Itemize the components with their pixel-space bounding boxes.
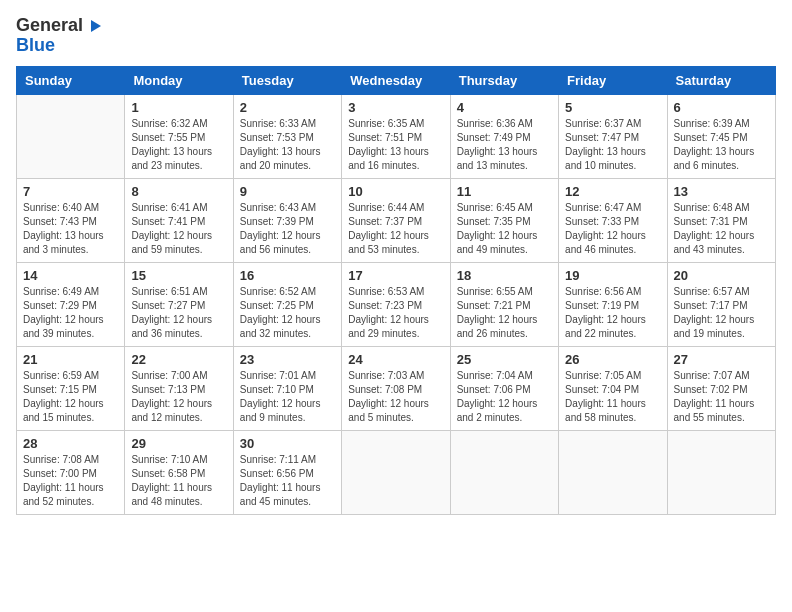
day-info: Sunrise: 7:00 AM Sunset: 7:13 PM Dayligh…: [131, 369, 226, 425]
day-info: Sunrise: 6:39 AM Sunset: 7:45 PM Dayligh…: [674, 117, 769, 173]
day-number: 26: [565, 352, 660, 367]
calendar-cell: [17, 94, 125, 178]
calendar-week-row: 14Sunrise: 6:49 AM Sunset: 7:29 PM Dayli…: [17, 262, 776, 346]
calendar-cell: 12Sunrise: 6:47 AM Sunset: 7:33 PM Dayli…: [559, 178, 667, 262]
day-number: 30: [240, 436, 335, 451]
weekday-header-row: SundayMondayTuesdayWednesdayThursdayFrid…: [17, 66, 776, 94]
day-info: Sunrise: 6:52 AM Sunset: 7:25 PM Dayligh…: [240, 285, 335, 341]
day-info: Sunrise: 7:11 AM Sunset: 6:56 PM Dayligh…: [240, 453, 335, 509]
calendar-cell: 9Sunrise: 6:43 AM Sunset: 7:39 PM Daylig…: [233, 178, 341, 262]
calendar-cell: 1Sunrise: 6:32 AM Sunset: 7:55 PM Daylig…: [125, 94, 233, 178]
day-number: 11: [457, 184, 552, 199]
day-number: 1: [131, 100, 226, 115]
svg-marker-0: [91, 20, 101, 32]
calendar-cell: 6Sunrise: 6:39 AM Sunset: 7:45 PM Daylig…: [667, 94, 775, 178]
calendar-cell: 11Sunrise: 6:45 AM Sunset: 7:35 PM Dayli…: [450, 178, 558, 262]
day-number: 6: [674, 100, 769, 115]
calendar-cell: 27Sunrise: 7:07 AM Sunset: 7:02 PM Dayli…: [667, 346, 775, 430]
calendar-week-row: 1Sunrise: 6:32 AM Sunset: 7:55 PM Daylig…: [17, 94, 776, 178]
day-number: 27: [674, 352, 769, 367]
day-number: 15: [131, 268, 226, 283]
day-info: Sunrise: 6:45 AM Sunset: 7:35 PM Dayligh…: [457, 201, 552, 257]
calendar-cell: 16Sunrise: 6:52 AM Sunset: 7:25 PM Dayli…: [233, 262, 341, 346]
weekday-header-sunday: Sunday: [17, 66, 125, 94]
day-info: Sunrise: 7:04 AM Sunset: 7:06 PM Dayligh…: [457, 369, 552, 425]
calendar-week-row: 7Sunrise: 6:40 AM Sunset: 7:43 PM Daylig…: [17, 178, 776, 262]
day-number: 8: [131, 184, 226, 199]
day-info: Sunrise: 6:41 AM Sunset: 7:41 PM Dayligh…: [131, 201, 226, 257]
day-info: Sunrise: 6:49 AM Sunset: 7:29 PM Dayligh…: [23, 285, 118, 341]
day-number: 19: [565, 268, 660, 283]
calendar-week-row: 21Sunrise: 6:59 AM Sunset: 7:15 PM Dayli…: [17, 346, 776, 430]
calendar-cell: 22Sunrise: 7:00 AM Sunset: 7:13 PM Dayli…: [125, 346, 233, 430]
day-info: Sunrise: 6:53 AM Sunset: 7:23 PM Dayligh…: [348, 285, 443, 341]
day-info: Sunrise: 7:03 AM Sunset: 7:08 PM Dayligh…: [348, 369, 443, 425]
day-info: Sunrise: 6:47 AM Sunset: 7:33 PM Dayligh…: [565, 201, 660, 257]
day-number: 13: [674, 184, 769, 199]
logo: General Blue: [16, 16, 105, 56]
calendar-table: SundayMondayTuesdayWednesdayThursdayFrid…: [16, 66, 776, 515]
calendar-cell: 15Sunrise: 6:51 AM Sunset: 7:27 PM Dayli…: [125, 262, 233, 346]
day-info: Sunrise: 6:33 AM Sunset: 7:53 PM Dayligh…: [240, 117, 335, 173]
weekday-header-thursday: Thursday: [450, 66, 558, 94]
day-info: Sunrise: 6:48 AM Sunset: 7:31 PM Dayligh…: [674, 201, 769, 257]
weekday-header-monday: Monday: [125, 66, 233, 94]
weekday-header-tuesday: Tuesday: [233, 66, 341, 94]
logo-general-text: General: [16, 16, 83, 36]
calendar-cell: 23Sunrise: 7:01 AM Sunset: 7:10 PM Dayli…: [233, 346, 341, 430]
weekday-header-saturday: Saturday: [667, 66, 775, 94]
day-number: 14: [23, 268, 118, 283]
day-info: Sunrise: 7:10 AM Sunset: 6:58 PM Dayligh…: [131, 453, 226, 509]
day-info: Sunrise: 7:07 AM Sunset: 7:02 PM Dayligh…: [674, 369, 769, 425]
logo-arrow-icon: [85, 16, 105, 36]
day-number: 21: [23, 352, 118, 367]
day-info: Sunrise: 7:05 AM Sunset: 7:04 PM Dayligh…: [565, 369, 660, 425]
day-number: 7: [23, 184, 118, 199]
calendar-cell: 21Sunrise: 6:59 AM Sunset: 7:15 PM Dayli…: [17, 346, 125, 430]
calendar-cell: 19Sunrise: 6:56 AM Sunset: 7:19 PM Dayli…: [559, 262, 667, 346]
day-info: Sunrise: 6:37 AM Sunset: 7:47 PM Dayligh…: [565, 117, 660, 173]
day-info: Sunrise: 6:40 AM Sunset: 7:43 PM Dayligh…: [23, 201, 118, 257]
day-info: Sunrise: 6:57 AM Sunset: 7:17 PM Dayligh…: [674, 285, 769, 341]
day-number: 22: [131, 352, 226, 367]
weekday-header-friday: Friday: [559, 66, 667, 94]
day-number: 28: [23, 436, 118, 451]
calendar-cell: 17Sunrise: 6:53 AM Sunset: 7:23 PM Dayli…: [342, 262, 450, 346]
day-info: Sunrise: 7:01 AM Sunset: 7:10 PM Dayligh…: [240, 369, 335, 425]
day-number: 10: [348, 184, 443, 199]
day-info: Sunrise: 6:43 AM Sunset: 7:39 PM Dayligh…: [240, 201, 335, 257]
calendar-cell: 25Sunrise: 7:04 AM Sunset: 7:06 PM Dayli…: [450, 346, 558, 430]
calendar-cell: 2Sunrise: 6:33 AM Sunset: 7:53 PM Daylig…: [233, 94, 341, 178]
day-number: 3: [348, 100, 443, 115]
calendar-cell: 20Sunrise: 6:57 AM Sunset: 7:17 PM Dayli…: [667, 262, 775, 346]
day-info: Sunrise: 6:35 AM Sunset: 7:51 PM Dayligh…: [348, 117, 443, 173]
day-number: 18: [457, 268, 552, 283]
calendar-cell: 30Sunrise: 7:11 AM Sunset: 6:56 PM Dayli…: [233, 430, 341, 514]
calendar-cell: 7Sunrise: 6:40 AM Sunset: 7:43 PM Daylig…: [17, 178, 125, 262]
page-header: General Blue: [16, 16, 776, 56]
calendar-cell: [342, 430, 450, 514]
calendar-cell: 24Sunrise: 7:03 AM Sunset: 7:08 PM Dayli…: [342, 346, 450, 430]
calendar-cell: 14Sunrise: 6:49 AM Sunset: 7:29 PM Dayli…: [17, 262, 125, 346]
day-number: 20: [674, 268, 769, 283]
calendar-cell: [559, 430, 667, 514]
day-number: 29: [131, 436, 226, 451]
day-info: Sunrise: 6:51 AM Sunset: 7:27 PM Dayligh…: [131, 285, 226, 341]
day-info: Sunrise: 6:32 AM Sunset: 7:55 PM Dayligh…: [131, 117, 226, 173]
day-info: Sunrise: 6:36 AM Sunset: 7:49 PM Dayligh…: [457, 117, 552, 173]
day-number: 12: [565, 184, 660, 199]
calendar-cell: 28Sunrise: 7:08 AM Sunset: 7:00 PM Dayli…: [17, 430, 125, 514]
weekday-header-wednesday: Wednesday: [342, 66, 450, 94]
calendar-cell: [667, 430, 775, 514]
day-info: Sunrise: 7:08 AM Sunset: 7:00 PM Dayligh…: [23, 453, 118, 509]
day-number: 23: [240, 352, 335, 367]
day-info: Sunrise: 6:55 AM Sunset: 7:21 PM Dayligh…: [457, 285, 552, 341]
calendar-cell: 4Sunrise: 6:36 AM Sunset: 7:49 PM Daylig…: [450, 94, 558, 178]
day-number: 5: [565, 100, 660, 115]
day-number: 16: [240, 268, 335, 283]
day-info: Sunrise: 6:44 AM Sunset: 7:37 PM Dayligh…: [348, 201, 443, 257]
calendar-cell: 13Sunrise: 6:48 AM Sunset: 7:31 PM Dayli…: [667, 178, 775, 262]
calendar-cell: 10Sunrise: 6:44 AM Sunset: 7:37 PM Dayli…: [342, 178, 450, 262]
calendar-cell: 8Sunrise: 6:41 AM Sunset: 7:41 PM Daylig…: [125, 178, 233, 262]
day-number: 25: [457, 352, 552, 367]
